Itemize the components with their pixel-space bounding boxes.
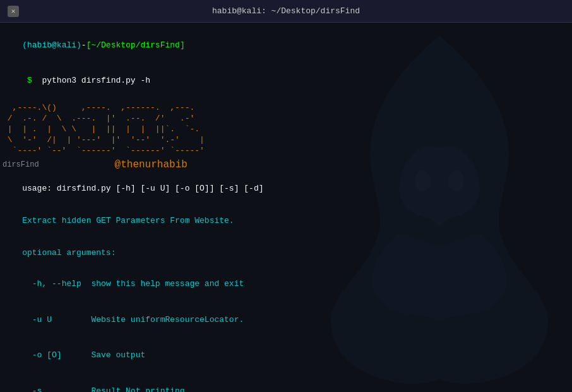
usage-line: usage: dirsfind.py [-h] [-u U] [-o [O]] … bbox=[3, 174, 569, 203]
prompt-user: (habib@kali) bbox=[22, 40, 81, 50]
arg-row-o: -o [O] Save output bbox=[3, 338, 569, 374]
optional-args-header: optional arguments: bbox=[3, 239, 569, 267]
ascii-art: ,----.\() ,----. ,------. ,---. / .-. / … bbox=[3, 103, 569, 156]
prompt-command-line: $ python3 dirsfind.py -h bbox=[3, 64, 569, 100]
arg-row-help: -h, --help show this help message and ex… bbox=[3, 267, 569, 303]
prompt-path: [~/Desktop/dirsFind] bbox=[86, 40, 185, 50]
arg-row-s: -s Result Not printing. bbox=[3, 374, 569, 392]
prompt-sep: - bbox=[81, 40, 86, 50]
command-text: python3 dirsfind.py -h bbox=[37, 76, 150, 85]
close-button[interactable]: ✕ bbox=[8, 6, 19, 17]
dollar-sign: $ bbox=[22, 76, 37, 85]
titlebar-title: habib@kali: ~/Desktop/dirsFind bbox=[212, 6, 360, 16]
ascii-art-container: ,----.\() ,----. ,------. ,---. / .-. / … bbox=[3, 103, 569, 170]
terminal: (habib@kali)-[~/Desktop/dirsFind] $ pyth… bbox=[0, 23, 572, 392]
arg-row-u: -u U Website uniformResourceLocator. bbox=[3, 302, 569, 338]
description-line: Extract hidden GET Parameters From Websi… bbox=[3, 206, 569, 235]
prompt-line-1: (habib@kali)-[~/Desktop/dirsFind] bbox=[3, 28, 569, 64]
titlebar: ✕ habib@kali: ~/Desktop/dirsFind bbox=[0, 0, 572, 23]
ascii-subtitle: dirsFind bbox=[3, 160, 39, 169]
ascii-handle: @thenurhabib bbox=[115, 159, 188, 170]
